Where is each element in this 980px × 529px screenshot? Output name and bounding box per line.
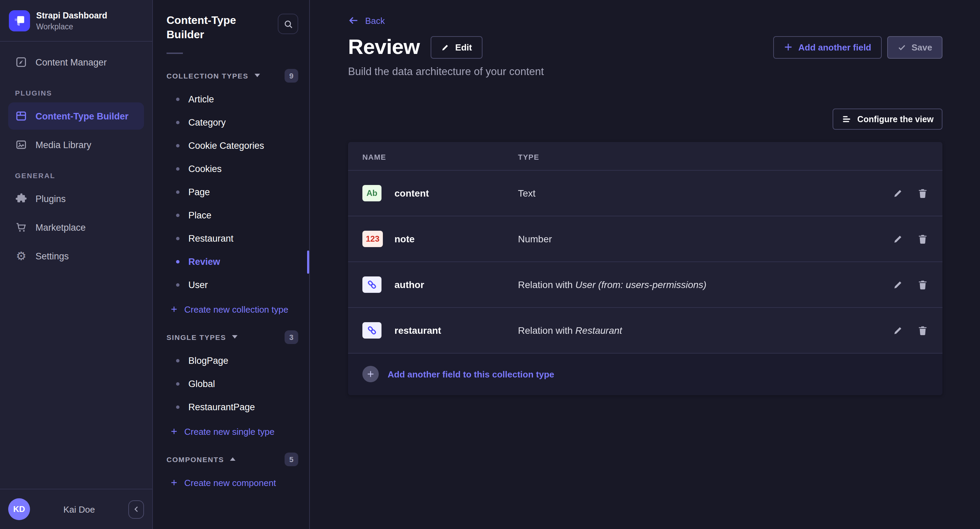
active-indicator [307, 250, 309, 273]
plus-icon [170, 305, 178, 313]
create-single-type-link[interactable]: Create new single type [153, 419, 275, 444]
create-collection-type-link[interactable]: Create new collection type [153, 296, 288, 322]
image-icon [15, 139, 27, 151]
edit-button[interactable]: Edit [431, 36, 482, 58]
search-icon [283, 19, 293, 29]
single-types-header[interactable]: SINGLE TYPES 3 [153, 325, 309, 348]
create-component-link[interactable]: Create new component [153, 470, 276, 495]
add-field-footer-label[interactable]: Add another field to this collection typ… [388, 369, 554, 379]
gear-icon: ⚙ [15, 250, 27, 262]
relation-field-type-icon [363, 276, 382, 293]
components-header[interactable]: COMPONENTS 5 [153, 447, 309, 470]
back-link[interactable]: Back [348, 15, 385, 26]
field-type: Text [518, 188, 535, 199]
edit-field-button[interactable] [892, 187, 904, 199]
group-label: SINGLE TYPES [167, 333, 226, 341]
add-field-footer[interactable]: Add another field to this collection typ… [348, 354, 942, 395]
configure-the-view-button[interactable]: Configure the view [833, 108, 942, 130]
plus-icon [170, 478, 178, 487]
sidebar-item-content-type-builder[interactable]: Content-Type Builder [8, 102, 144, 130]
trash-icon [917, 188, 928, 199]
edit-field-button[interactable] [892, 279, 904, 290]
table-row: restaurant Relation with Restaurant [348, 308, 942, 354]
collection-type-restaurant[interactable]: Restaurant [153, 227, 309, 250]
sidebar-item-label: Plugins [35, 193, 66, 204]
chevron-down-icon [232, 335, 237, 339]
sidebar-item-content-manager[interactable]: Content Manager [8, 48, 144, 76]
check-icon [897, 43, 906, 51]
count-badge: 9 [285, 69, 298, 82]
cart-icon [15, 221, 27, 233]
trash-icon [917, 325, 928, 336]
delete-field-button[interactable] [916, 187, 928, 199]
chevron-left-icon [131, 504, 141, 514]
collection-type-cookie-categories[interactable]: Cookie Categories [153, 134, 309, 157]
plus-icon [783, 42, 793, 52]
group-label: COMPONENTS [167, 455, 224, 463]
puzzle-icon [15, 193, 27, 205]
user-name: Kai Doe [30, 504, 128, 514]
table-header: NAME TYPE [348, 142, 942, 170]
components-group: COMPONENTS 5 Create new component [153, 447, 309, 495]
field-type: Relation with [518, 325, 575, 336]
collapse-sidebar-button[interactable] [128, 500, 144, 518]
delete-field-button[interactable] [916, 233, 928, 245]
single-types-group: SINGLE TYPES 3 BlogPage Global Restauran… [153, 325, 309, 444]
single-type-blogpage[interactable]: BlogPage [153, 349, 309, 372]
column-header-type: TYPE [518, 153, 539, 161]
single-type-global[interactable]: Global [153, 372, 309, 395]
search-button[interactable] [278, 14, 298, 34]
edit-field-button[interactable] [892, 325, 904, 336]
divider [167, 52, 183, 54]
collection-type-category[interactable]: Category [153, 111, 309, 134]
table-row: 123 note Number [348, 217, 942, 262]
count-badge: 3 [285, 330, 298, 344]
collection-types-header[interactable]: COLLECTION TYPES 9 [153, 63, 309, 86]
relation-field-type-icon [363, 322, 382, 339]
sidebar-item-marketplace[interactable]: Marketplace [8, 214, 144, 241]
main-sidebar: Strapi Dashboard Workplace Content Manag… [0, 0, 153, 529]
pen-square-icon [15, 56, 27, 68]
field-type: Relation with [518, 279, 575, 290]
strapi-logo-icon [9, 10, 30, 32]
add-another-field-button[interactable]: Add another field [773, 36, 881, 58]
single-type-restaurantpage[interactable]: RestaurantPage [153, 395, 309, 419]
table-row: author Relation with User (from: users-p… [348, 262, 942, 308]
count-badge: 5 [285, 452, 298, 466]
sidebar-item-settings[interactable]: ⚙ Settings [8, 242, 144, 269]
collection-type-review[interactable]: Review [153, 250, 309, 273]
user-avatar[interactable]: KD [8, 498, 30, 520]
filter-lines-icon [842, 114, 852, 124]
collection-types-group: COLLECTION TYPES 9 Article Category Cook… [153, 63, 309, 322]
pencil-icon [892, 325, 903, 336]
add-field-circle-button[interactable] [363, 366, 379, 382]
pencil-icon [441, 43, 450, 51]
trash-icon [917, 233, 928, 244]
collection-type-article[interactable]: Article [153, 88, 309, 111]
sidebar-section-plugins: PLUGINS [8, 77, 144, 102]
field-type: Number [518, 233, 552, 244]
number-field-type-icon: 123 [363, 231, 383, 247]
field-type-detail: User (from: users-permissions) [575, 279, 706, 290]
layout-grid-icon [15, 110, 27, 122]
field-type-detail: Restaurant [575, 325, 622, 336]
collection-type-place[interactable]: Place [153, 204, 309, 227]
strapi-dashboard-app: Strapi Dashboard Workplace Content Manag… [0, 0, 980, 529]
pencil-icon [892, 279, 903, 290]
sidebar-item-plugins[interactable]: Plugins [8, 185, 144, 212]
edit-field-button[interactable] [892, 233, 904, 245]
pencil-icon [892, 233, 903, 244]
delete-field-button[interactable] [916, 279, 928, 290]
collection-type-cookies[interactable]: Cookies [153, 157, 309, 180]
delete-field-button[interactable] [916, 325, 928, 336]
sidebar-item-media-library[interactable]: Media Library [8, 131, 144, 158]
workspace-switcher[interactable]: Strapi Dashboard Workplace [0, 0, 152, 41]
table-row: Ab content Text [348, 170, 942, 217]
collection-type-page[interactable]: Page [153, 180, 309, 204]
pencil-icon [892, 188, 903, 199]
save-button[interactable]: Save [887, 36, 942, 58]
sidebar-item-label: Content-Type Builder [35, 111, 129, 121]
chevron-up-icon [230, 457, 236, 461]
field-name: restaurant [395, 325, 518, 336]
collection-type-user[interactable]: User [153, 273, 309, 296]
